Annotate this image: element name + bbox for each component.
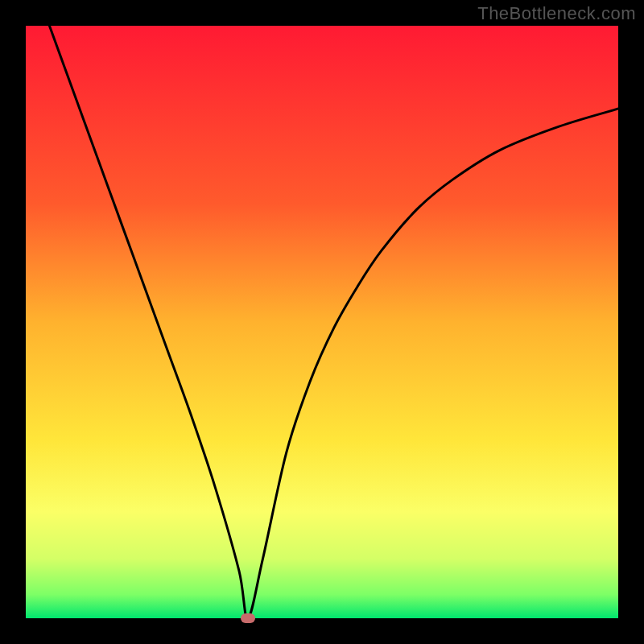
optimal-point-marker bbox=[241, 613, 255, 623]
watermark-text: TheBottleneck.com bbox=[477, 3, 636, 24]
bottleneck-curve bbox=[26, 26, 618, 618]
